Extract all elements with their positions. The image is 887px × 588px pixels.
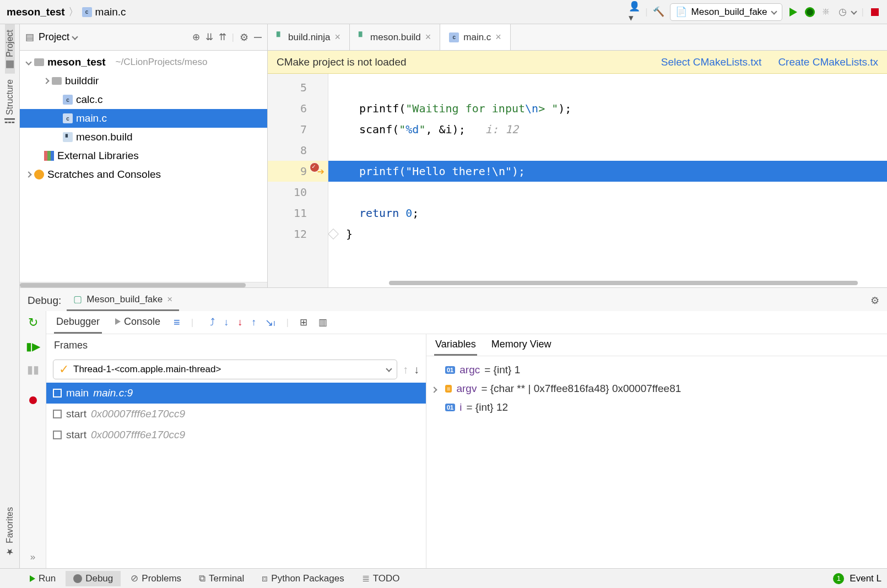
close-icon[interactable]: × (495, 31, 501, 43)
tree-item-main[interactable]: c main.c (20, 109, 267, 128)
editor-horizontal-scrollbar[interactable] (389, 281, 883, 286)
variable-row[interactable]: ≡ argv = {char ** | 0x7ffee816fa48} 0x00… (432, 379, 881, 398)
resume-button[interactable]: ▮▶ (26, 340, 40, 353)
step-over-button[interactable]: ⤴ (210, 317, 215, 329)
run-to-cursor-button[interactable]: ↘I (265, 317, 275, 329)
expand-toggle-icon[interactable] (25, 171, 31, 177)
user-icon[interactable]: 👤▾ (629, 7, 640, 18)
tree-root[interactable]: meson_test ~/CLionProjects/meso (20, 53, 267, 72)
variable-row[interactable]: 01 argc = {int} 1 (432, 361, 881, 379)
locate-icon[interactable]: ⊕ (192, 31, 200, 43)
tab-debugger[interactable]: Debugger (54, 312, 102, 334)
tab-memory-view[interactable]: Memory View (490, 335, 553, 356)
tab-variables[interactable]: Variables (434, 335, 477, 356)
collapse-all-icon[interactable]: ⇈ (219, 31, 226, 43)
code-line[interactable]: scanf("%d", &i); i: 12 (328, 119, 887, 140)
breadcrumb-file[interactable]: main.c (95, 6, 126, 18)
profile-menu-icon[interactable] (851, 8, 857, 14)
gear-icon[interactable] (870, 295, 879, 311)
tree-item-external-libs[interactable]: External Libraries (20, 146, 267, 165)
frame-row[interactable]: start 0x00007fff6e170cc9 (46, 404, 426, 424)
coverage-button[interactable]: ⛯ (821, 7, 832, 18)
code-line[interactable]: } (328, 224, 887, 244)
variable-row[interactable]: 01 i = {int} 12 (432, 398, 881, 417)
code-line-current[interactable]: printf("Hello there!\n"); (328, 161, 887, 182)
evaluate-expression-button[interactable]: ⊞ (300, 317, 307, 328)
status-debug[interactable]: Debug (66, 571, 121, 586)
code-line[interactable]: printf("Waiting for input\n> "); (328, 98, 887, 119)
tab-console[interactable]: Console (113, 312, 163, 334)
view-breakpoints-button[interactable] (29, 396, 37, 407)
status-todo[interactable]: ≣TODO (354, 570, 408, 586)
sidebar-tab-structure[interactable]: ┇┃ Structure (4, 74, 15, 130)
code-editor[interactable]: 5 6 7 8 9➔ 10 11 12 printf("Waiting for … (268, 74, 887, 287)
more-icon[interactable]: » (30, 552, 35, 563)
scrollbar-thumb[interactable] (389, 281, 858, 285)
fold-handle-icon[interactable] (328, 228, 339, 239)
horizontal-scrollbar[interactable] (20, 282, 267, 287)
run-button[interactable] (788, 7, 799, 18)
gear-icon[interactable] (240, 31, 248, 43)
debug-button[interactable] (804, 7, 815, 18)
breadcrumb[interactable]: meson_test 〉 c main.c (7, 5, 126, 19)
code-line[interactable] (328, 182, 887, 203)
editor-tab-build-ninja[interactable]: ▘ build.ninja × (268, 24, 350, 50)
layout-settings-button[interactable]: ▥ (318, 317, 327, 328)
stop-button[interactable] (869, 7, 880, 18)
sidebar-tab-project[interactable]: Project (5, 24, 15, 74)
variables-list[interactable]: 01 argc = {int} 1 ≡ argv = {char ** | 0x… (426, 356, 887, 421)
rerun-button[interactable]: ↻ (28, 315, 38, 330)
tree-item-calc[interactable]: c calc.c (20, 90, 267, 109)
gutter-line[interactable]: 5 (268, 77, 328, 98)
banner-link-create[interactable]: Create CMakeLists.tx (778, 56, 878, 68)
gutter-line[interactable]: 12 (268, 224, 328, 244)
breadcrumb-project[interactable]: meson_test (7, 6, 65, 18)
step-into-button[interactable]: ↓ (224, 317, 229, 329)
pause-button[interactable]: ▮▮ (27, 363, 39, 376)
frame-row[interactable]: main main.c:9 (46, 383, 426, 404)
status-terminal[interactable]: ⧉Terminal (191, 571, 252, 586)
code-line[interactable] (328, 140, 887, 161)
project-view-selector[interactable]: Project (39, 31, 77, 43)
debug-session-tab[interactable]: ▢ Meson_build_fake × (67, 290, 179, 311)
hammer-build-icon[interactable]: 🔨 (653, 7, 664, 18)
run-config-selector[interactable]: 📄 Meson_build_fake (670, 3, 782, 21)
expand-toggle-icon[interactable] (431, 386, 437, 393)
next-frame-button[interactable]: ↓ (414, 363, 419, 376)
code-line[interactable] (328, 77, 887, 98)
editor-tab-main-c[interactable]: c main.c × (440, 24, 511, 50)
editor-tab-meson-build[interactable]: ▘ meson.build × (350, 24, 440, 50)
status-event-label[interactable]: Event L (850, 573, 881, 584)
event-log-badge[interactable]: 1 (833, 573, 844, 584)
profile-button[interactable]: ◷ (837, 7, 848, 18)
project-tree[interactable]: meson_test ~/CLionProjects/meso builddir… (20, 51, 267, 282)
gutter-line[interactable]: 7 (268, 119, 328, 140)
gutter-line[interactable]: 10 (268, 182, 328, 203)
frame-list[interactable]: main main.c:9 start 0x00007fff6e170cc9 s… (46, 383, 426, 568)
banner-link-select[interactable]: Select CMakeLists.txt (661, 56, 762, 68)
step-out-button[interactable]: ↑ (251, 317, 256, 329)
expand-toggle-icon[interactable] (25, 59, 31, 65)
force-step-into-button[interactable]: ↓ (237, 317, 242, 329)
thread-selector[interactable]: ✓ Thread-1-<com.apple.main-thread> (53, 360, 397, 379)
tree-item-builddir[interactable]: builddir (20, 72, 267, 90)
tree-item-meson[interactable]: ▘ meson.build (20, 128, 267, 146)
editor-gutter[interactable]: 5 6 7 8 9➔ 10 11 12 (268, 74, 328, 287)
tree-item-scratches[interactable]: Scratches and Consoles (20, 165, 267, 184)
expand-all-icon[interactable]: ⇊ (205, 31, 213, 43)
prev-frame-button[interactable]: ↑ (403, 363, 408, 376)
gutter-line[interactable]: 6 (268, 98, 328, 119)
expand-toggle-icon[interactable] (43, 78, 49, 84)
close-icon[interactable]: × (335, 31, 341, 43)
gutter-line[interactable]: 11 (268, 203, 328, 224)
code-area[interactable]: printf("Waiting for input\n> "); scanf("… (328, 74, 887, 287)
thread-view-icon[interactable]: ≡ (174, 316, 180, 329)
breakpoint-marker[interactable]: ✓ (310, 162, 320, 175)
gutter-line[interactable]: 8 (268, 140, 328, 161)
close-icon[interactable]: × (167, 294, 172, 305)
sidebar-tab-favorites[interactable]: ★ Favorites (4, 502, 15, 563)
code-line[interactable]: return 0; (328, 203, 887, 224)
close-icon[interactable]: × (425, 31, 431, 43)
frame-row[interactable]: start 0x00007fff6e170cc9 (46, 424, 426, 445)
hide-icon[interactable] (254, 37, 262, 38)
